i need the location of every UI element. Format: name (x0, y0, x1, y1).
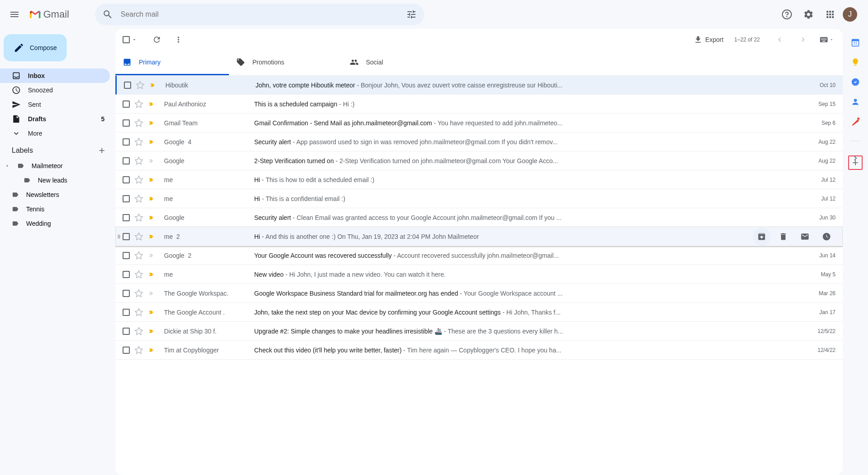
email-row[interactable]: me Hi - This is how to edit a scheduled … (115, 170, 843, 189)
contacts-icon[interactable] (851, 97, 860, 106)
email-row[interactable]: Hiboutik John, votre compte Hiboutik met… (115, 76, 843, 95)
nav-snoozed[interactable]: Snoozed (0, 83, 110, 97)
settings-button[interactable] (799, 5, 818, 23)
importance-icon[interactable] (148, 328, 154, 334)
star-icon[interactable] (134, 213, 143, 222)
star-icon[interactable] (134, 194, 143, 203)
main-menu-button[interactable] (4, 4, 25, 25)
email-row[interactable]: Paul Anthonioz This is a scheduled campa… (115, 95, 843, 114)
side-panel-toggle[interactable] (851, 154, 860, 163)
export-button[interactable]: Export (694, 35, 723, 44)
email-row[interactable]: The Google Workspac. Google Workspace Bu… (115, 284, 843, 303)
email-row[interactable]: Tim at Copyblogger Check out this video … (115, 341, 843, 360)
tab-promotions[interactable]: Promotions (229, 50, 343, 75)
star-icon[interactable] (134, 232, 143, 241)
importance-icon[interactable] (148, 252, 154, 259)
prev-page-button[interactable] (771, 31, 789, 49)
snooze-button[interactable] (818, 228, 836, 246)
email-row[interactable]: Dickie at Ship 30 f. Upgrade #2: Simple … (115, 322, 843, 341)
row-checkbox[interactable] (123, 328, 130, 335)
logo-area[interactable]: Gmail (29, 8, 82, 21)
star-icon[interactable] (134, 327, 143, 336)
search-bar[interactable] (95, 4, 424, 25)
email-row[interactable]: me 2 Hi - And this is another one :) On … (115, 227, 843, 246)
row-checkbox[interactable] (123, 176, 130, 183)
email-row[interactable]: Gmail Team Gmail Confirmation - Send Mai… (115, 114, 843, 132)
importance-icon[interactable] (148, 215, 154, 221)
search-icon-button[interactable] (99, 5, 117, 23)
importance-icon[interactable] (148, 158, 154, 164)
row-checkbox[interactable] (124, 82, 131, 89)
refresh-button[interactable] (148, 31, 166, 49)
label-tennis[interactable]: Tennis (0, 202, 115, 216)
search-options-button[interactable] (402, 5, 420, 23)
star-icon[interactable] (134, 119, 143, 128)
support-button[interactable] (778, 5, 796, 23)
star-icon[interactable] (134, 251, 143, 260)
row-checkbox[interactable] (123, 290, 130, 297)
more-button[interactable] (169, 31, 187, 49)
importance-icon[interactable] (148, 120, 154, 126)
row-checkbox[interactable] (123, 252, 130, 259)
add-label-icon[interactable] (97, 146, 106, 155)
importance-icon[interactable] (148, 177, 154, 183)
search-input[interactable] (117, 10, 402, 18)
row-checkbox[interactable] (123, 233, 130, 240)
importance-icon[interactable] (148, 196, 154, 202)
email-row[interactable]: Google 2-Step Verification turned on - 2… (115, 151, 843, 170)
tasks-icon[interactable] (851, 78, 860, 87)
row-checkbox[interactable] (123, 214, 130, 221)
email-row[interactable]: me Hi - This is a confidential email :) … (115, 189, 843, 208)
meteor-icon[interactable] (851, 117, 860, 126)
keep-icon[interactable] (851, 58, 860, 67)
row-checkbox[interactable] (123, 100, 130, 108)
drag-icon[interactable] (116, 232, 122, 241)
importance-icon[interactable] (148, 309, 154, 315)
row-checkbox[interactable] (123, 195, 130, 202)
chevron-down-icon[interactable] (132, 37, 137, 42)
email-row[interactable]: me New video - Hi John, I just made a ne… (115, 265, 843, 284)
next-page-button[interactable] (794, 31, 812, 49)
label-newsletters[interactable]: Newsletters (0, 187, 115, 202)
tab-primary[interactable]: Primary (115, 50, 229, 75)
nav-inbox[interactable]: Inbox (0, 69, 110, 83)
calendar-icon[interactable]: 31 (851, 38, 860, 47)
star-icon[interactable] (134, 308, 143, 317)
nav-sent[interactable]: Sent (0, 97, 110, 112)
select-all-control[interactable] (123, 36, 137, 43)
mark-unread-button[interactable] (796, 228, 814, 246)
delete-button[interactable] (774, 228, 792, 246)
importance-icon[interactable] (148, 101, 154, 107)
importance-icon[interactable] (148, 139, 154, 145)
row-checkbox[interactable] (123, 271, 130, 278)
label-new-leads[interactable]: New leads (0, 173, 115, 187)
importance-icon[interactable] (148, 290, 154, 297)
email-row[interactable]: The Google Account . John, take the next… (115, 303, 843, 322)
importance-icon[interactable] (148, 271, 154, 278)
importance-icon[interactable] (148, 233, 154, 240)
importance-icon[interactable] (149, 82, 155, 88)
star-icon[interactable] (134, 346, 143, 355)
row-checkbox[interactable] (123, 309, 130, 316)
label-mailmeteor[interactable]: Mailmeteor (0, 159, 115, 173)
avatar[interactable]: J (843, 7, 857, 22)
email-row[interactable]: Google Security alert - Clean Email was … (115, 208, 843, 227)
input-tools-button[interactable] (818, 31, 836, 49)
row-checkbox[interactable] (123, 138, 130, 146)
tab-social[interactable]: Social (343, 50, 456, 75)
nav-drafts[interactable]: Drafts5 (0, 112, 110, 126)
star-icon[interactable] (134, 175, 143, 184)
row-checkbox[interactable] (123, 157, 130, 164)
importance-icon[interactable] (148, 347, 154, 353)
nav-more[interactable]: More (0, 126, 110, 141)
star-icon[interactable] (134, 137, 143, 146)
compose-button[interactable]: Compose (4, 34, 67, 61)
email-row[interactable]: Google 2 Your Google Account was recover… (115, 246, 843, 265)
star-icon[interactable] (134, 156, 143, 165)
select-all-checkbox[interactable] (123, 36, 130, 43)
row-checkbox[interactable] (123, 119, 130, 127)
star-icon[interactable] (134, 270, 143, 279)
row-checkbox[interactable] (123, 347, 130, 354)
email-row[interactable]: Google 4 Security alert - App password u… (115, 132, 843, 151)
archive-button[interactable] (753, 228, 771, 246)
